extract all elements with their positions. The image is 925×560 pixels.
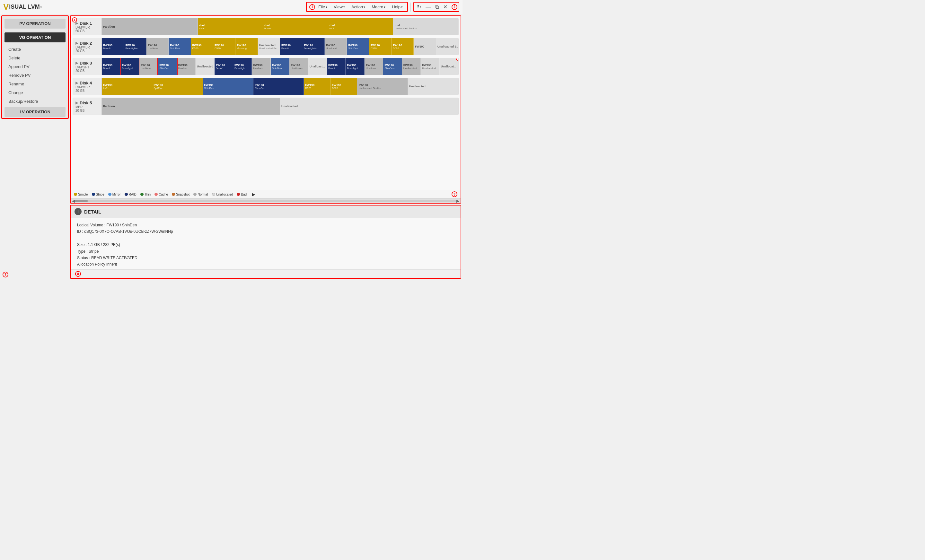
append-pv-item[interactable]: Append PV (2, 62, 68, 71)
d1-p5[interactable]: rhelUnallocated Section (393, 18, 458, 35)
d1-p2[interactable]: rhelswap (198, 18, 263, 35)
d1-p1[interactable]: Partition (102, 18, 198, 35)
detail-alloc: Allocation Policy Inherit (77, 261, 454, 268)
d4-p1[interactable]: FW190La11 (102, 78, 152, 95)
disk-scroll-area[interactable]: 4 ▶ Disk 1 LVM/MBR 60 GB Partition (71, 16, 461, 190)
d4-p5[interactable]: FW190D520 (304, 78, 330, 95)
d1-p4[interactable]: rhelroot (328, 18, 393, 35)
d3-p4[interactable]: FW190ShinDen (158, 58, 177, 75)
d3-p1[interactable]: FW190Beauf... (102, 58, 121, 75)
sidebar: PV OPERATION VG OPERATION Create Delete … (1, 15, 69, 119)
badge-2: 2 (452, 4, 457, 10)
d2-p11[interactable]: FW190Unallocat... (325, 38, 347, 55)
close-button[interactable]: ✕ (441, 3, 449, 11)
d3-p10[interactable]: FW190ShinDen (271, 58, 289, 75)
remove-pv-item[interactable]: Remove PV (2, 71, 68, 80)
disk5-arrow[interactable]: ▶ (75, 101, 78, 105)
d5-p1[interactable]: Partition (102, 98, 280, 114)
disk3-partitions: FW190Beauf... FW190Beaufight... 6 FW190U… (102, 58, 458, 75)
d3-p6[interactable]: Unalloacted (196, 58, 214, 75)
d3-p14[interactable]: FW190Beaufight... (346, 58, 364, 75)
d2-p9[interactable]: FW190Beaufi... (280, 38, 302, 55)
menu-bar: 1 File ▾ View ▾ Action ▾ Macro ▾ Help ▾ (306, 2, 408, 12)
create-item[interactable]: Create (2, 45, 68, 54)
legend-scroll-right[interactable]: ▶ (252, 192, 255, 197)
backup-restore-item[interactable]: Backup/Restore (2, 97, 68, 105)
d3-p7[interactable]: FW190Beauf... (215, 58, 233, 75)
d3-p2[interactable]: FW190Beaufight... 6 (121, 58, 139, 75)
d2-p13[interactable]: FW190D520 (369, 38, 392, 55)
refresh-button[interactable]: ↻ (415, 3, 423, 11)
rename-item[interactable]: Rename (2, 80, 68, 88)
d2-p8[interactable]: UnalloactedUnallocated Se... (258, 38, 280, 55)
d2-p14[interactable]: FW190D520 (392, 38, 414, 55)
d3-p15[interactable]: FW190Unalloca... (365, 58, 383, 75)
legend-normal-dot (193, 193, 197, 196)
legend-stripe-dot (92, 193, 95, 196)
d3-p5[interactable]: FW190Unalloc... 5 (177, 58, 196, 75)
disk4-arrow[interactable]: ▶ (75, 81, 78, 85)
d2-p3[interactable]: FW190Unalloca... (146, 38, 169, 55)
d3-p3[interactable]: FW190Unalloca... (139, 58, 158, 75)
d3-p13[interactable]: FW190Beauf... (327, 58, 346, 75)
d2-p5[interactable]: FW190D520 (191, 38, 213, 55)
d3-p18[interactable]: FW190Unallocated (421, 58, 439, 75)
d3-p11[interactable]: FW190Unallocate... (289, 58, 308, 75)
d4-p7[interactable]: FW190Unallocated Section (357, 78, 408, 95)
disk3-arrow[interactable]: ▶ (75, 61, 78, 65)
d1-p3[interactable]: rhelhome (263, 18, 328, 35)
legend-thin-dot (140, 193, 143, 196)
lv-operation-button[interactable]: LV OPERATION (5, 107, 66, 117)
d3-p17[interactable]: FW190Unallocated (402, 58, 421, 75)
disk2-arrow[interactable]: ▶ (75, 41, 78, 45)
d4-p6[interactable]: FW190D520 (330, 78, 357, 95)
detail-status: Status : READ WRITE ACTIVATED (77, 254, 454, 261)
scroll-thumb[interactable] (75, 200, 88, 202)
content-area: 4 ▶ Disk 1 LVM/MBR 60 GB Partition (70, 15, 461, 279)
d4-p4[interactable]: FW190ShenDen (253, 78, 304, 95)
d2-p4[interactable]: FW190ShinDen (169, 38, 191, 55)
d3-p9[interactable]: FW190Unalloca... (252, 58, 270, 75)
d2-p15[interactable]: FW190 (414, 38, 436, 55)
d4-p3[interactable]: FW190ShinDen (203, 78, 253, 95)
macro-menu[interactable]: Macro ▾ (368, 3, 389, 11)
d2-p16[interactable]: Unalloacted S... (436, 38, 458, 55)
d2-p10[interactable]: FW190Beaufighter (302, 38, 324, 55)
d3-p19[interactable]: Unallocat... (440, 58, 458, 75)
view-menu[interactable]: View ▾ (330, 3, 348, 11)
legend-raid-label: RAID (129, 193, 137, 196)
help-menu[interactable]: Help ▾ (389, 3, 406, 11)
file-menu[interactable]: File ▾ (315, 3, 330, 11)
d2-p12[interactable]: FW190ShinDen (347, 38, 369, 55)
scroll-track[interactable] (75, 200, 456, 202)
d2-p7[interactable]: FW190Mustang (235, 38, 258, 55)
d3-p12[interactable]: Unalloact... (308, 58, 327, 75)
delete-item[interactable]: Delete (2, 54, 68, 62)
disk1-partitions: Partition rhelswap rhelhome rhelroot rhe… (102, 18, 458, 35)
scroll-right-arrow[interactable]: ▶ (456, 199, 459, 203)
vg-operation-button[interactable]: VG OPERATION (5, 32, 66, 42)
legend-cache-dot (155, 193, 158, 196)
vg-operation-menu: Create Delete Append PV Remove PV Rename… (2, 44, 68, 107)
d3-p16[interactable]: FW190ShinDen (383, 58, 402, 75)
horizontal-scrollbar[interactable]: ◀ ▶ (71, 199, 461, 203)
scroll-left-arrow[interactable]: ◀ (72, 199, 75, 203)
disk2-row: ▶ Disk 2 LVM/MBR 20 GB FW190Beaufi... FW… (72, 38, 459, 55)
action-menu[interactable]: Action ▾ (348, 3, 368, 11)
restore-button[interactable]: ⧉ (434, 3, 440, 11)
change-item[interactable]: Change (2, 88, 68, 97)
legend: Simple Stripe Mirror RAID Thin (71, 190, 461, 199)
window-controls: ↻ — ⧉ ✕ 2 (413, 2, 459, 12)
minimize-button[interactable]: — (424, 3, 432, 11)
d3-p8[interactable]: FW190Beaufight... (233, 58, 252, 75)
d2-p6[interactable]: FW190D520 (213, 38, 235, 55)
d2-p1[interactable]: FW190Beaufi... (102, 38, 124, 55)
disk2-type: LVM/MBR (75, 45, 99, 49)
d4-p2[interactable]: FW190SpitFire (152, 78, 203, 95)
d2-p2[interactable]: FW190Beaufighter (124, 38, 146, 55)
d4-p8[interactable]: Unalloacted (408, 78, 458, 95)
legend-mirror-label: Mirror (112, 193, 121, 196)
legend-cache: Cache (155, 193, 168, 196)
pv-operation-button[interactable]: PV OPERATION (5, 19, 66, 29)
d5-p2[interactable]: Unalloacted (280, 98, 458, 114)
